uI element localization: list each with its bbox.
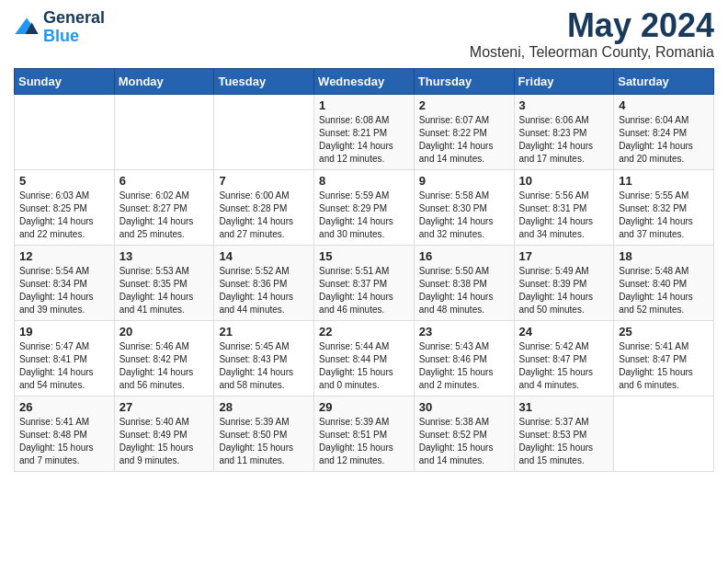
day-number: 25: [619, 325, 709, 339]
day-number: 16: [419, 249, 509, 263]
day-number: 9: [419, 174, 509, 188]
day-number: 28: [219, 400, 309, 414]
calendar-subtitle: Mosteni, Teleorman County, Romania: [470, 44, 714, 61]
day-info: Sunrise: 6:03 AM Sunset: 8:25 PM Dayligh…: [19, 190, 109, 241]
day-info: Sunrise: 5:58 AM Sunset: 8:30 PM Dayligh…: [419, 190, 509, 241]
day-info: Sunrise: 5:52 AM Sunset: 8:36 PM Dayligh…: [219, 265, 309, 316]
week-row-2: 5Sunrise: 6:03 AM Sunset: 8:25 PM Daylig…: [15, 170, 714, 246]
day-cell: 25Sunrise: 5:41 AM Sunset: 8:47 PM Dayli…: [614, 321, 714, 396]
day-info: Sunrise: 6:06 AM Sunset: 8:23 PM Dayligh…: [519, 114, 609, 166]
week-row-3: 12Sunrise: 5:54 AM Sunset: 8:34 PM Dayli…: [15, 246, 714, 321]
week-row-1: 1Sunrise: 6:08 AM Sunset: 8:21 PM Daylig…: [15, 95, 714, 170]
day-info: Sunrise: 6:07 AM Sunset: 8:22 PM Dayligh…: [419, 114, 509, 166]
day-number: 13: [119, 249, 210, 263]
calendar-table: SundayMondayTuesdayWednesdayThursdayFrid…: [14, 68, 714, 472]
day-cell: 6Sunrise: 6:02 AM Sunset: 8:27 PM Daylig…: [114, 170, 214, 246]
col-header-thursday: Thursday: [414, 69, 514, 95]
day-cell: [614, 396, 714, 472]
day-number: 5: [19, 174, 109, 188]
logo: General Blue: [14, 9, 105, 46]
day-cell: [15, 95, 115, 170]
day-cell: 17Sunrise: 5:49 AM Sunset: 8:39 PM Dayli…: [514, 246, 614, 321]
day-number: 6: [119, 174, 210, 188]
day-cell: 29Sunrise: 5:39 AM Sunset: 8:51 PM Dayli…: [314, 396, 415, 472]
day-cell: 12Sunrise: 5:54 AM Sunset: 8:34 PM Dayli…: [15, 246, 115, 321]
day-number: 21: [219, 325, 309, 339]
day-number: 23: [419, 325, 509, 339]
day-info: Sunrise: 6:02 AM Sunset: 8:27 PM Dayligh…: [119, 190, 210, 241]
day-info: Sunrise: 6:04 AM Sunset: 8:24 PM Dayligh…: [619, 114, 709, 166]
day-cell: 2Sunrise: 6:07 AM Sunset: 8:22 PM Daylig…: [414, 95, 514, 170]
day-cell: 27Sunrise: 5:40 AM Sunset: 8:49 PM Dayli…: [114, 396, 214, 472]
day-cell: 21Sunrise: 5:45 AM Sunset: 8:43 PM Dayli…: [214, 321, 314, 396]
day-cell: 4Sunrise: 6:04 AM Sunset: 8:24 PM Daylig…: [614, 95, 714, 170]
header: General Blue May 2024 Mosteni, Teleorman…: [14, 9, 714, 61]
day-cell: 13Sunrise: 5:53 AM Sunset: 8:35 PM Dayli…: [114, 246, 214, 321]
title-area: May 2024 Mosteni, Teleorman County, Roma…: [470, 9, 714, 61]
day-info: Sunrise: 5:43 AM Sunset: 8:46 PM Dayligh…: [419, 340, 509, 392]
day-number: 1: [319, 98, 409, 112]
day-number: 15: [319, 249, 409, 263]
calendar-title: May 2024: [470, 9, 714, 42]
day-cell: 22Sunrise: 5:44 AM Sunset: 8:44 PM Dayli…: [314, 321, 415, 396]
day-info: Sunrise: 5:37 AM Sunset: 8:53 PM Dayligh…: [519, 416, 609, 467]
day-number: 30: [419, 400, 509, 414]
day-info: Sunrise: 5:53 AM Sunset: 8:35 PM Dayligh…: [119, 265, 210, 316]
day-info: Sunrise: 5:41 AM Sunset: 8:47 PM Dayligh…: [619, 340, 709, 392]
day-info: Sunrise: 5:56 AM Sunset: 8:31 PM Dayligh…: [519, 190, 609, 241]
day-info: Sunrise: 5:59 AM Sunset: 8:29 PM Dayligh…: [319, 190, 409, 241]
day-number: 19: [19, 325, 109, 339]
day-cell: 15Sunrise: 5:51 AM Sunset: 8:37 PM Dayli…: [314, 246, 415, 321]
day-info: Sunrise: 6:08 AM Sunset: 8:21 PM Dayligh…: [319, 114, 409, 166]
day-info: Sunrise: 5:46 AM Sunset: 8:42 PM Dayligh…: [119, 340, 210, 392]
day-number: 26: [19, 400, 109, 414]
day-info: Sunrise: 5:40 AM Sunset: 8:49 PM Dayligh…: [119, 416, 210, 467]
day-cell: 28Sunrise: 5:39 AM Sunset: 8:50 PM Dayli…: [214, 396, 314, 472]
day-cell: [114, 95, 214, 170]
day-cell: 19Sunrise: 5:47 AM Sunset: 8:41 PM Dayli…: [15, 321, 115, 396]
day-number: 8: [319, 174, 409, 188]
day-info: Sunrise: 5:39 AM Sunset: 8:51 PM Dayligh…: [319, 416, 409, 467]
logo-icon: [14, 15, 40, 40]
day-number: 29: [319, 400, 409, 414]
day-cell: 3Sunrise: 6:06 AM Sunset: 8:23 PM Daylig…: [514, 95, 614, 170]
day-info: Sunrise: 5:42 AM Sunset: 8:47 PM Dayligh…: [519, 340, 609, 392]
day-cell: [214, 95, 314, 170]
day-info: Sunrise: 5:54 AM Sunset: 8:34 PM Dayligh…: [19, 265, 109, 316]
day-info: Sunrise: 5:51 AM Sunset: 8:37 PM Dayligh…: [319, 265, 409, 316]
week-row-5: 26Sunrise: 5:41 AM Sunset: 8:48 PM Dayli…: [15, 396, 714, 472]
day-cell: 16Sunrise: 5:50 AM Sunset: 8:38 PM Dayli…: [414, 246, 514, 321]
header-row: SundayMondayTuesdayWednesdayThursdayFrid…: [15, 69, 714, 95]
day-info: Sunrise: 5:55 AM Sunset: 8:32 PM Dayligh…: [619, 190, 709, 241]
day-cell: 31Sunrise: 5:37 AM Sunset: 8:53 PM Dayli…: [514, 396, 614, 472]
day-cell: 7Sunrise: 6:00 AM Sunset: 8:28 PM Daylig…: [214, 170, 314, 246]
week-row-4: 19Sunrise: 5:47 AM Sunset: 8:41 PM Dayli…: [15, 321, 714, 396]
day-number: 2: [419, 98, 509, 112]
col-header-saturday: Saturday: [614, 69, 714, 95]
day-info: Sunrise: 5:38 AM Sunset: 8:52 PM Dayligh…: [419, 416, 509, 467]
day-number: 7: [219, 174, 309, 188]
day-cell: 23Sunrise: 5:43 AM Sunset: 8:46 PM Dayli…: [414, 321, 514, 396]
day-number: 27: [119, 400, 210, 414]
day-number: 11: [619, 174, 709, 188]
day-cell: 24Sunrise: 5:42 AM Sunset: 8:47 PM Dayli…: [514, 321, 614, 396]
day-cell: 26Sunrise: 5:41 AM Sunset: 8:48 PM Dayli…: [15, 396, 115, 472]
day-number: 18: [619, 249, 709, 263]
col-header-sunday: Sunday: [15, 69, 115, 95]
day-number: 14: [219, 249, 309, 263]
day-info: Sunrise: 5:39 AM Sunset: 8:50 PM Dayligh…: [219, 416, 309, 467]
day-cell: 10Sunrise: 5:56 AM Sunset: 8:31 PM Dayli…: [514, 170, 614, 246]
day-number: 22: [319, 325, 409, 339]
day-number: 4: [619, 98, 709, 112]
day-number: 3: [519, 98, 609, 112]
day-cell: 20Sunrise: 5:46 AM Sunset: 8:42 PM Dayli…: [114, 321, 214, 396]
day-cell: 5Sunrise: 6:03 AM Sunset: 8:25 PM Daylig…: [15, 170, 115, 246]
day-number: 10: [519, 174, 609, 188]
day-info: Sunrise: 5:45 AM Sunset: 8:43 PM Dayligh…: [219, 340, 309, 392]
col-header-tuesday: Tuesday: [214, 69, 314, 95]
day-cell: 30Sunrise: 5:38 AM Sunset: 8:52 PM Dayli…: [414, 396, 514, 472]
day-info: Sunrise: 5:47 AM Sunset: 8:41 PM Dayligh…: [19, 340, 109, 392]
day-number: 24: [519, 325, 609, 339]
day-info: Sunrise: 5:48 AM Sunset: 8:40 PM Dayligh…: [619, 265, 709, 316]
day-info: Sunrise: 6:00 AM Sunset: 8:28 PM Dayligh…: [219, 190, 309, 241]
